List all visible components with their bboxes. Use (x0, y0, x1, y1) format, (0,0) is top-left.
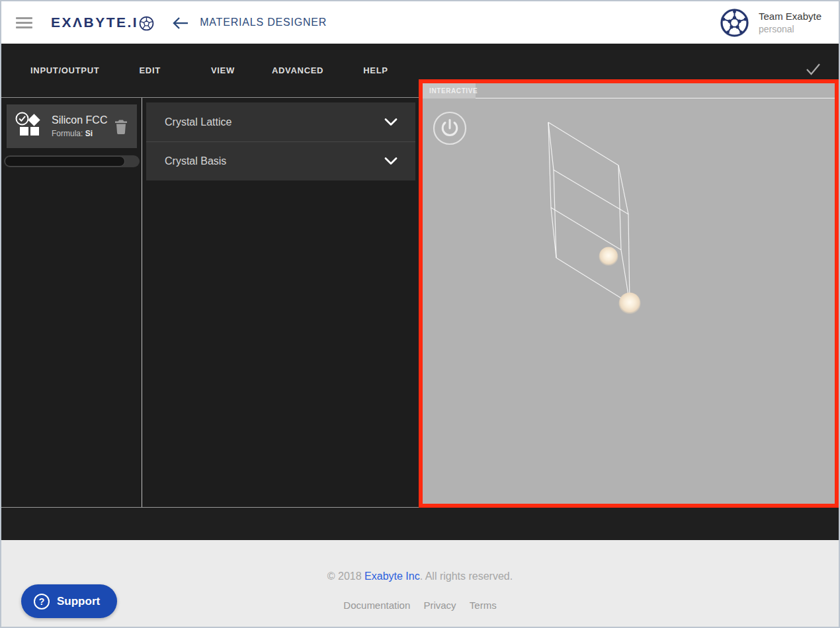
exabyte-logo[interactable]: EXΛBYTE.I (51, 15, 154, 31)
app-header: EXΛBYTE.I MATERIALS DESIGNER (1, 1, 839, 44)
link-documentation[interactable]: Documentation (343, 600, 410, 611)
interactive-viewer[interactable]: INTERACTIVE (419, 79, 839, 508)
chevron-down-icon (384, 118, 398, 127)
account-name: Team Exabyte (759, 11, 821, 22)
accordion-crystal-lattice[interactable]: Crystal Lattice (146, 102, 415, 141)
accordion-label: Crystal Basis (165, 155, 384, 167)
hamburger-menu-icon[interactable] (16, 15, 32, 31)
link-terms[interactable]: Terms (470, 600, 497, 611)
copyright-suffix: . All rights reserved. (420, 570, 513, 582)
accordion-label: Crystal Lattice (165, 116, 384, 128)
menu-item-input-output[interactable]: INPUT/OUTPUT (30, 65, 99, 75)
svg-text:?: ? (39, 596, 45, 607)
logo-text: EXΛBYTE.I (51, 15, 138, 30)
materials-sidebar: Silicon FCC Formula: Si (1, 98, 142, 507)
menu-item-advanced[interactable]: ADVANCED (272, 65, 323, 75)
support-label: Support (57, 595, 100, 608)
account-text: Team Exabyte personal (759, 11, 821, 34)
menu-item-help[interactable]: HELP (363, 65, 388, 75)
viewer-header-divider (423, 98, 835, 98)
support-button[interactable]: ? Support (21, 584, 117, 618)
formula-label: Formula: (52, 129, 83, 138)
accordion-crystal-basis[interactable]: Crystal Basis (146, 141, 415, 180)
scrollbar-thumb[interactable] (5, 156, 125, 167)
menu-item-view[interactable]: VIEW (211, 65, 235, 75)
link-privacy[interactable]: Privacy (423, 600, 456, 611)
account-menu[interactable]: Team Exabyte personal (720, 8, 821, 38)
logo-ball-icon (139, 16, 154, 31)
footer-links: Documentation Privacy Terms (1, 600, 839, 611)
material-selected-icon (13, 111, 44, 141)
avatar (720, 8, 749, 38)
material-name: Silicon FCC (52, 114, 114, 126)
account-type: personal (759, 24, 821, 34)
saved-check-icon (805, 62, 821, 76)
accordion-group: Crystal Lattice Crystal Basis (146, 102, 415, 180)
app-window: EXΛBYTE.I MATERIALS DESIGNER (0, 0, 840, 628)
scrollbar-track[interactable] (4, 155, 140, 167)
copyright: © 2018 Exabyte Inc. All rights reserved. (1, 540, 839, 582)
crystal-scene[interactable] (423, 83, 835, 504)
menu-item-edit[interactable]: EDIT (139, 65, 160, 75)
chevron-down-icon (384, 157, 398, 166)
delete-icon[interactable] (114, 119, 128, 134)
power-button[interactable] (433, 111, 467, 145)
material-card[interactable]: Silicon FCC Formula: Si (7, 104, 137, 148)
back-arrow-icon[interactable] (171, 16, 189, 30)
viewer-tab: INTERACTIVE (423, 83, 476, 98)
material-formula: Formula: Si (52, 129, 114, 138)
power-icon (433, 111, 467, 145)
app-footer: © 2018 Exabyte Inc. All rights reserved.… (1, 540, 839, 628)
bottom-strip (1, 508, 839, 540)
formula-value: Si (85, 129, 93, 138)
company-link[interactable]: Exabyte Inc (364, 570, 420, 582)
question-icon: ? (33, 593, 50, 610)
material-info: Silicon FCC Formula: Si (52, 114, 114, 138)
copyright-prefix: © 2018 (327, 570, 364, 582)
page-title: MATERIALS DESIGNER (200, 17, 327, 28)
